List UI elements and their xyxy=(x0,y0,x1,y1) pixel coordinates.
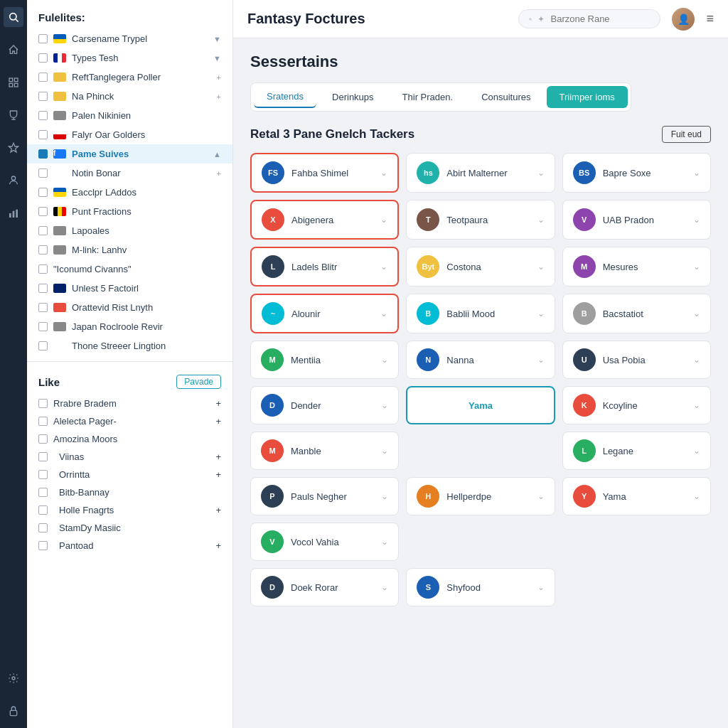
menu-icon[interactable]: ≡ xyxy=(706,11,714,26)
team-card-kcoyline[interactable]: KKcoyline⌄ xyxy=(562,386,711,424)
team-card-pauls[interactable]: PPauls Negher⌄ xyxy=(250,477,399,515)
sidebar-item-thone[interactable]: Thone Streeer Lingtion xyxy=(27,336,232,355)
icon-person[interactable] xyxy=(4,171,23,191)
pavade-button[interactable]: Pavade xyxy=(176,375,221,389)
team-card-uab[interactable]: VUAB Pradon⌄ xyxy=(562,200,711,240)
search-bar[interactable]: ✦ xyxy=(518,9,660,28)
team-card-bapre[interactable]: BSBapre Soxe⌄ xyxy=(562,153,711,193)
sidebar-expand-pame[interactable]: ▲ xyxy=(213,150,221,159)
sidebar-item-na[interactable]: Na Phinck+ xyxy=(27,87,232,106)
search-input[interactable] xyxy=(550,14,650,24)
team-card-usa_pobia[interactable]: UUsa Pobia⌄ xyxy=(562,341,711,379)
icon-grid[interactable] xyxy=(4,73,23,92)
sidebar-checkbox-pame[interactable] xyxy=(38,149,48,159)
sidebar-checkbox-iconumd[interactable] xyxy=(38,264,48,274)
sidebar-item-mlink[interactable]: M-link: Lanhv xyxy=(27,240,232,259)
tab-consuitures[interactable]: Consuitures xyxy=(469,86,543,108)
like-expand-orrintta[interactable]: + xyxy=(215,469,221,480)
team-card-yama2[interactable]: YYama⌄ xyxy=(562,477,711,515)
team-card-nanna[interactable]: NNanna⌄ xyxy=(406,341,555,379)
team-card-manble[interactable]: MManble⌄ xyxy=(250,432,399,470)
like-item-viinas[interactable]: Viinas+ xyxy=(38,448,221,466)
like-item-stamdy[interactable]: StamDy Masiic xyxy=(38,519,221,537)
tab-triimper[interactable]: Triimper ioms xyxy=(547,86,628,108)
team-card-doek[interactable]: DDoek Rorar⌄ xyxy=(250,568,399,606)
like-expand-rrabre[interactable]: + xyxy=(215,398,221,409)
sidebar-checkbox-orattevid[interactable] xyxy=(38,303,48,312)
icon-trophy[interactable] xyxy=(4,105,23,125)
sidebar-checkbox-falyr[interactable] xyxy=(38,130,48,139)
tab-thir_praden[interactable]: Thir Praden. xyxy=(390,86,466,108)
sidebar-item-iconumd[interactable]: "Iconumd Civanns" xyxy=(27,259,232,279)
like-checkbox-stamdy[interactable] xyxy=(38,523,48,532)
like-item-pantoad[interactable]: Pantoad+ xyxy=(38,537,221,555)
team-card-alounir[interactable]: ~Alounir⌄ xyxy=(250,294,399,333)
sidebar-item-carsename[interactable]: Carsename Trypel▼ xyxy=(27,29,232,48)
like-expand-pantoad[interactable]: + xyxy=(215,540,221,551)
team-card-mesures[interactable]: MMesures⌄ xyxy=(562,247,711,287)
like-expand-holle[interactable]: + xyxy=(215,505,221,515)
sidebar-checkbox-thone[interactable] xyxy=(38,341,48,350)
like-checkbox-amozina[interactable] xyxy=(38,434,48,444)
sidebar-checkbox-mlink[interactable] xyxy=(38,245,48,255)
like-item-alelecta[interactable]: Alelecta Pager-+ xyxy=(38,412,221,430)
team-card-yama_mid[interactable]: Yama xyxy=(406,386,555,424)
sidebar-item-japan[interactable]: Japan Roclroole Revir xyxy=(27,317,232,336)
sidebar-checkbox-eacclpr[interactable] xyxy=(38,188,48,197)
sidebar-checkbox-unlest[interactable] xyxy=(38,284,48,293)
sidebar-checkbox-types[interactable] xyxy=(38,53,48,63)
sidebar-item-lapoales[interactable]: Lapoales xyxy=(27,221,232,240)
tab-sratends[interactable]: Sratends xyxy=(254,86,316,108)
sidebar-item-palen[interactable]: Palen Nikinien xyxy=(27,106,232,125)
team-card-ladels[interactable]: LLadels Blitr⌄ xyxy=(250,247,399,287)
like-expand-viinas[interactable]: + xyxy=(215,451,221,462)
sidebar-checkbox-na[interactable] xyxy=(38,92,48,101)
full-button[interactable]: Fuit eud xyxy=(662,126,711,143)
sidebar-item-notin[interactable]: Notin Bonar+ xyxy=(27,164,232,183)
team-card-shyfood[interactable]: SShyfood⌄ xyxy=(406,568,555,606)
sidebar-expand-notin[interactable]: + xyxy=(217,169,221,178)
team-card-teot[interactable]: TTeotpaura⌄ xyxy=(406,200,555,240)
icon-search[interactable] xyxy=(4,7,23,27)
sidebar-checkbox-punt[interactable] xyxy=(38,207,48,216)
sidebar-checkbox-carsename[interactable] xyxy=(38,34,48,43)
sidebar-item-pame[interactable]: fPame Suives▲ xyxy=(27,144,232,164)
sidebar-checkbox-japan[interactable] xyxy=(38,322,48,331)
team-card-bablii[interactable]: BBablii Mood⌄ xyxy=(406,294,555,333)
team-card-vocol[interactable]: VVocol Vahia⌄ xyxy=(250,523,399,561)
sidebar-checkbox-lapoales[interactable] xyxy=(38,226,48,235)
like-item-rrabre[interactable]: Rrabre Bradem+ xyxy=(38,395,221,412)
sidebar-checkbox-palen[interactable] xyxy=(38,111,48,120)
sidebar-item-orattevid[interactable]: Orattevid Rist Lnyth xyxy=(27,298,232,317)
sidebar-item-eacclpr[interactable]: Eacclpr LAddos xyxy=(27,183,232,202)
sidebar-expand-na[interactable]: + xyxy=(217,92,221,101)
team-card-fahba[interactable]: FSFahba Shimel⌄ xyxy=(250,153,399,193)
team-card-hellperdpe[interactable]: HHellperdpe⌄ xyxy=(406,477,555,515)
like-checkbox-bitb[interactable] xyxy=(38,488,48,497)
team-card-mentiia[interactable]: MMentiia⌄ xyxy=(250,341,399,379)
sidebar-item-reft[interactable]: ReftTanglegera Poller+ xyxy=(27,68,232,87)
team-card-costona[interactable]: BytCostona⌄ xyxy=(406,247,555,287)
like-checkbox-rrabre[interactable] xyxy=(38,399,48,408)
like-checkbox-viinas[interactable] xyxy=(38,452,48,461)
sidebar-item-unlest[interactable]: Unlest 5 Factoirl xyxy=(27,279,232,298)
icon-lock[interactable] xyxy=(4,701,23,721)
sidebar-expand-reft[interactable]: + xyxy=(217,73,221,82)
like-item-bitb[interactable]: Bitb-Bannay xyxy=(38,483,221,501)
team-card-legane[interactable]: LLegane⌄ xyxy=(562,432,711,470)
team-card-abig[interactable]: XAbigenera⌄ xyxy=(250,200,399,240)
sidebar-expand-carsename[interactable]: ▼ xyxy=(213,35,221,43)
icon-home[interactable] xyxy=(4,40,23,60)
like-item-holle[interactable]: Holle Fnagrts+ xyxy=(38,501,221,519)
like-item-orrintta[interactable]: Orrintta+ xyxy=(38,466,221,483)
tab-derinkups[interactable]: Derinkups xyxy=(319,86,387,108)
like-checkbox-pantoad[interactable] xyxy=(38,541,48,550)
icon-bar-chart[interactable] xyxy=(4,203,23,223)
like-checkbox-orrintta[interactable] xyxy=(38,470,48,479)
team-card-dender[interactable]: DDender⌄ xyxy=(250,386,399,424)
like-item-amozina[interactable]: Amozina Moors xyxy=(38,430,221,448)
like-checkbox-holle[interactable] xyxy=(38,505,48,515)
sidebar-checkbox-notin[interactable] xyxy=(38,168,48,178)
sidebar-checkbox-reft[interactable] xyxy=(38,73,48,82)
like-checkbox-alelecta[interactable] xyxy=(38,417,48,426)
